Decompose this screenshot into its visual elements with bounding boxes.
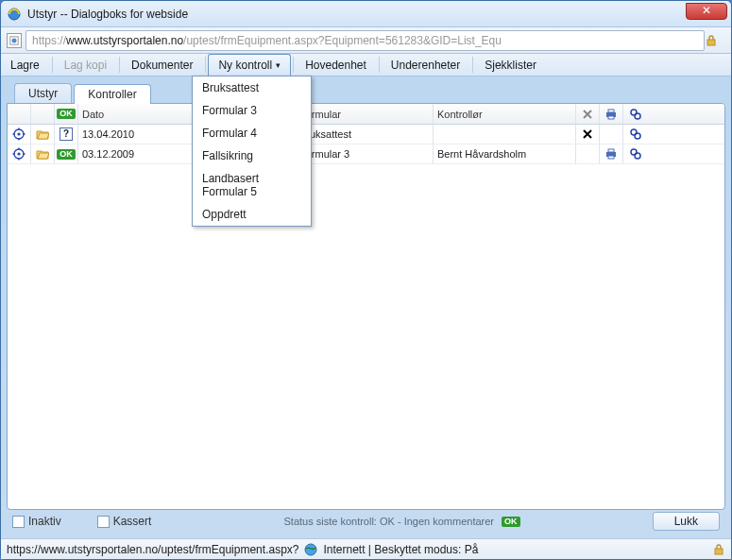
- menu-hovedenhet[interactable]: Hovedenhet: [296, 54, 377, 76]
- svg-rect-29: [715, 549, 723, 554]
- ie-icon: [7, 7, 22, 22]
- chain-icon[interactable]: [623, 125, 647, 144]
- svg-rect-5: [608, 110, 614, 112]
- menu-lag-kopi[interactable]: Lag kopi: [55, 54, 117, 76]
- status-text: Status siste kontroll: OK - Ingen kommen…: [283, 516, 494, 527]
- dd-oppdrett[interactable]: Oppdrett: [193, 203, 311, 226]
- address-bar: https://www.utstyrsportalen.no/uptest/fr…: [1, 27, 731, 54]
- lock-icon: [712, 543, 725, 556]
- gear-icon[interactable]: [8, 144, 31, 163]
- window-title: Utstyr -- Dialogboks for webside: [27, 8, 188, 21]
- col-ok-header[interactable]: OK: [55, 104, 78, 124]
- dd-landbasert-formular-5[interactable]: Landbasert Formular 5: [193, 167, 311, 203]
- menu-sjekklister[interactable]: Sjekklister: [475, 54, 547, 76]
- dd-fallsikring[interactable]: Fallsikring: [193, 144, 311, 167]
- status-cell: OK: [55, 144, 78, 163]
- status-bar: https://www.utstyrsportalen.no/uptest/fr…: [1, 538, 731, 559]
- status-zone: Internett | Beskyttet modus: På: [323, 543, 478, 556]
- caret-down-icon: ▾: [276, 60, 281, 70]
- table-header: OK Dato Formular Kontrollør: [8, 104, 724, 125]
- svg-rect-25: [608, 156, 614, 159]
- dd-bruksattest[interactable]: Bruksattest: [193, 76, 311, 99]
- svg-point-28: [305, 544, 316, 555]
- dd-formular-4[interactable]: Formular 4: [193, 122, 311, 144]
- col-kontrollor-header[interactable]: Kontrollør: [434, 104, 576, 124]
- svg-point-16: [635, 133, 640, 139]
- chain-icon[interactable]: [623, 144, 647, 163]
- menu-ny-kontroll[interactable]: Ny kontroll▾: [208, 54, 291, 76]
- ny-kontroll-dropdown: Bruksattest Formular 3 Formular 4 Fallsi…: [192, 76, 312, 227]
- table-row[interactable]: ? 13.04.2010 Bruksattest: [8, 125, 724, 144]
- folder-icon[interactable]: [31, 125, 55, 144]
- col-formular-header[interactable]: Formular: [296, 104, 434, 124]
- svg-point-2: [12, 38, 17, 42]
- folder-icon[interactable]: [31, 144, 55, 163]
- svg-rect-6: [608, 116, 614, 119]
- menu-underenheter[interactable]: Underenheter: [382, 54, 470, 76]
- print-icon[interactable]: [600, 144, 623, 163]
- title-bar: Utstyr -- Dialogboks for webside ✕: [1, 1, 731, 27]
- page-icon: [7, 33, 22, 48]
- tab-utstyr[interactable]: Utstyr: [14, 83, 72, 103]
- svg-rect-24: [608, 149, 614, 152]
- gear-icon[interactable]: [8, 125, 31, 144]
- svg-point-27: [635, 153, 640, 159]
- content-area: Utstyr Kontroller OK Dato Formular Kontr…: [1, 76, 731, 538]
- col-gear[interactable]: [8, 104, 31, 124]
- menu-dokumenter[interactable]: Dokumenter: [122, 54, 203, 76]
- dd-formular-3[interactable]: Formular 3: [193, 99, 311, 122]
- formular-cell: Formular 3: [296, 144, 434, 163]
- delete-cell: [576, 144, 600, 163]
- col-folder[interactable]: [31, 104, 55, 124]
- tab-kontroller[interactable]: Kontroller: [74, 84, 150, 104]
- inaktiv-checkbox[interactable]: Inaktiv: [12, 515, 61, 528]
- table-row[interactable]: OK 03.12.2009 Formular 3 Bernt Håvardsho…: [8, 144, 724, 164]
- table-body: ? 13.04.2010 Bruksattest OK 03.12.2009 F…: [8, 125, 724, 509]
- kontrollor-cell: Bernt Håvardsholm: [434, 144, 576, 163]
- lukk-button[interactable]: Lukk: [653, 512, 720, 531]
- address-field[interactable]: https://www.utstyrsportalen.no/uptest/fr…: [26, 30, 705, 51]
- svg-rect-3: [707, 40, 715, 45]
- globe-icon: [304, 543, 317, 556]
- svg-point-8: [635, 113, 640, 119]
- col-chain-header[interactable]: [623, 104, 647, 124]
- menu-lagre[interactable]: Lagre: [1, 54, 50, 76]
- svg-point-10: [17, 132, 20, 135]
- tabs: Utstyr Kontroller: [7, 82, 725, 103]
- status-ok-badge: OK: [502, 517, 520, 527]
- status-url: https://www.utstyrsportalen.no/uptest/fr…: [7, 543, 298, 556]
- status-cell: ?: [55, 125, 78, 144]
- lock-icon: [705, 34, 725, 47]
- tab-pane: OK Dato Formular Kontrollør: [7, 103, 725, 510]
- footer-row: Inaktiv Kassert Status siste kontroll: O…: [7, 510, 725, 533]
- menu-bar: Lagre Lag kopi Dokumenter Ny kontroll▾ H…: [1, 54, 731, 76]
- svg-point-18: [17, 152, 20, 155]
- close-button[interactable]: ✕: [686, 3, 727, 20]
- col-delete-header[interactable]: [576, 104, 600, 124]
- kontrollor-cell: [434, 125, 576, 144]
- delete-icon[interactable]: [576, 125, 600, 144]
- print-cell: [600, 125, 623, 144]
- kassert-checkbox[interactable]: Kassert: [97, 515, 152, 528]
- col-print-header[interactable]: [600, 104, 623, 124]
- formular-cell: Bruksattest: [296, 125, 434, 144]
